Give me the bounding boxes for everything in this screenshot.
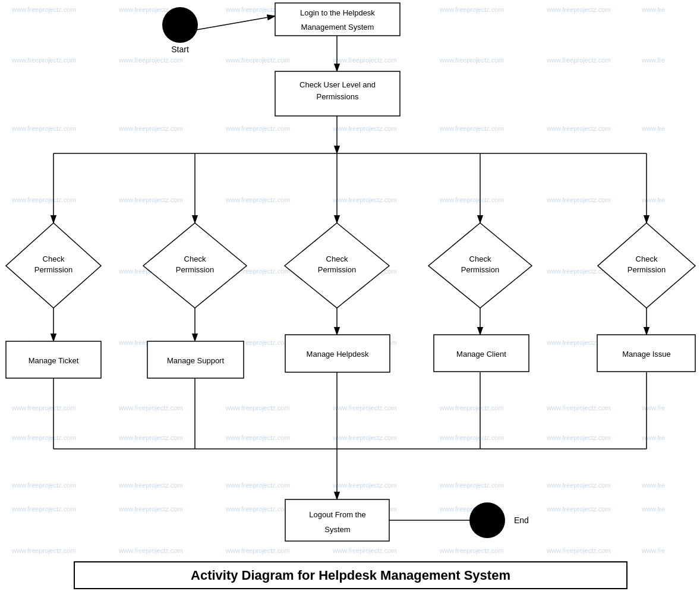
svg-text:www.fre: www.fre: [641, 404, 665, 411]
svg-text:www.fre: www.fre: [641, 196, 665, 203]
svg-text:www.freeprojectz.com: www.freeprojectz.com: [546, 196, 611, 203]
svg-text:www.freeprojectz.com: www.freeprojectz.com: [118, 482, 183, 489]
svg-text:www.fre: www.fre: [641, 56, 665, 64]
svg-text:www.fre: www.fre: [641, 6, 665, 13]
svg-text:www.freeprojectz.com: www.freeprojectz.com: [225, 404, 290, 411]
svg-text:www.freeprojectz.com: www.freeprojectz.com: [439, 404, 504, 411]
svg-text:www.freeprojectz.com: www.freeprojectz.com: [332, 125, 397, 132]
svg-text:www.freeprojectz.com: www.freeprojectz.com: [11, 547, 76, 554]
svg-text:www.freeprojectz.com: www.freeprojectz.com: [546, 505, 611, 513]
check-text-line2: Permissions: [317, 92, 359, 101]
check-text-line1: Check User Level and: [299, 80, 376, 89]
svg-text:www.freeprojectz.com: www.freeprojectz.com: [332, 404, 397, 411]
svg-text:www.fre: www.fre: [641, 482, 665, 489]
logout-box: [285, 499, 389, 541]
perm5-text1: Check: [636, 254, 658, 263]
svg-text:www.freeprojectz.com: www.freeprojectz.com: [225, 547, 290, 554]
svg-text:www.freeprojectz.com: www.freeprojectz.com: [118, 196, 183, 203]
perm5-text2: Permission: [628, 265, 666, 274]
svg-text:www.freeprojectz.com: www.freeprojectz.com: [118, 547, 183, 554]
svg-text:www.freeprojectz.com: www.freeprojectz.com: [332, 196, 397, 203]
svg-text:www.freeprojectz.com: www.freeprojectz.com: [11, 196, 76, 203]
end-circle: [469, 502, 505, 538]
svg-text:www.freeprojectz.com: www.freeprojectz.com: [546, 6, 611, 13]
svg-text:www.freeprojectz.com: www.freeprojectz.com: [439, 6, 504, 13]
svg-text:www.freeprojectz.com: www.freeprojectz.com: [332, 434, 397, 441]
svg-text:www.freeprojectz.com: www.freeprojectz.com: [546, 434, 611, 441]
svg-text:www.freeprojectz.com: www.freeprojectz.com: [439, 547, 504, 554]
svg-text:www.freeprojectz.com: www.freeprojectz.com: [332, 547, 397, 554]
svg-text:www.fre: www.fre: [641, 125, 665, 132]
svg-text:www.freeprojectz.com: www.freeprojectz.com: [546, 404, 611, 411]
perm1-text2: Permission: [34, 265, 72, 274]
diagram-container: www.freeprojectz.com www.freeprojectz.co…: [0, 0, 700, 591]
svg-text:www.freeprojectz.com: www.freeprojectz.com: [332, 482, 397, 489]
svg-text:www.freeprojectz.com: www.freeprojectz.com: [546, 125, 611, 132]
svg-text:www.freeprojectz.com: www.freeprojectz.com: [11, 56, 76, 64]
svg-text:www.fre: www.fre: [641, 434, 665, 441]
logout-text1: Logout From the: [309, 510, 365, 519]
svg-text:www.freeprojectz.com: www.freeprojectz.com: [546, 56, 611, 64]
svg-text:www.freeprojectz.com: www.freeprojectz.com: [225, 196, 290, 203]
svg-text:www.freeprojectz.com: www.freeprojectz.com: [118, 125, 183, 132]
svg-text:www.freeprojectz.com: www.freeprojectz.com: [439, 434, 504, 441]
end-label: End: [514, 515, 529, 525]
svg-text:www.freeprojectz.com: www.freeprojectz.com: [11, 505, 76, 513]
svg-text:www.freeprojectz.com: www.freeprojectz.com: [439, 125, 504, 132]
manage-helpdesk-text: Manage Helpdesk: [307, 350, 369, 359]
manage-issue-text: Manage Issue: [622, 350, 671, 359]
perm3-text2: Permission: [318, 265, 356, 274]
perm2-text2: Permission: [176, 265, 214, 274]
login-text-line2: Management System: [301, 23, 374, 32]
svg-text:www.fre: www.fre: [641, 547, 665, 554]
svg-text:www.freeprojectz.com: www.freeprojectz.com: [11, 125, 76, 132]
svg-text:www.freeprojectz.com: www.freeprojectz.com: [225, 482, 290, 489]
svg-text:www.freeprojectz.com: www.freeprojectz.com: [118, 505, 183, 513]
svg-text:www.freeprojectz.com: www.freeprojectz.com: [118, 404, 183, 411]
svg-text:www.freeprojectz.com: www.freeprojectz.com: [439, 196, 504, 203]
svg-text:www.freeprojectz.com: www.freeprojectz.com: [439, 482, 504, 489]
svg-text:www.freeprojectz.com: www.freeprojectz.com: [118, 434, 183, 441]
svg-text:www.fre: www.fre: [641, 505, 665, 513]
start-label: Start: [171, 45, 189, 54]
svg-text:www.freeprojectz.com: www.freeprojectz.com: [11, 482, 76, 489]
svg-text:www.freeprojectz.com: www.freeprojectz.com: [225, 56, 290, 64]
perm1-text1: Check: [43, 254, 65, 263]
svg-text:www.freeprojectz.com: www.freeprojectz.com: [118, 56, 183, 64]
svg-text:www.freeprojectz.com: www.freeprojectz.com: [546, 482, 611, 489]
logout-text2: System: [324, 525, 350, 534]
svg-text:www.freeprojectz.com: www.freeprojectz.com: [11, 6, 76, 13]
manage-client-text: Manage Client: [456, 350, 506, 359]
start-circle: [162, 7, 198, 43]
svg-text:www.freeprojectz.com: www.freeprojectz.com: [332, 56, 397, 64]
perm2-text1: Check: [184, 254, 206, 263]
perm3-text1: Check: [326, 254, 348, 263]
perm4-text1: Check: [469, 254, 491, 263]
title-text: Activity Diagram for Helpdesk Management…: [191, 568, 510, 583]
svg-text:www.freeprojectz.com: www.freeprojectz.com: [11, 434, 76, 441]
manage-support-text: Manage Support: [167, 356, 225, 365]
perm4-text2: Permission: [461, 265, 499, 274]
svg-text:www.freeprojectz.com: www.freeprojectz.com: [11, 404, 76, 411]
svg-text:www.freeprojectz.com: www.freeprojectz.com: [439, 56, 504, 64]
svg-text:www.freeprojectz.com: www.freeprojectz.com: [225, 125, 290, 132]
svg-text:www.freeprojectz.com: www.freeprojectz.com: [546, 547, 611, 554]
svg-text:www.freeprojectz.com: www.freeprojectz.com: [225, 434, 290, 441]
manage-ticket-text: Manage Ticket: [29, 356, 79, 365]
svg-text:www.freeprojectz.com: www.freeprojectz.com: [225, 505, 290, 513]
login-text-line1: Login to the Helpdesk: [300, 8, 375, 17]
